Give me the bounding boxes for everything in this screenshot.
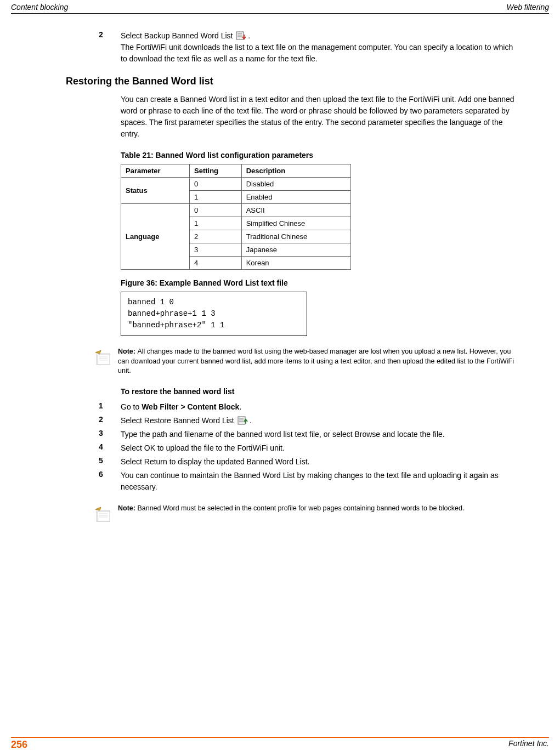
col-description: Description — [241, 164, 350, 178]
step-2: 2 Select Backup Banned Word List . The F… — [99, 30, 549, 65]
step-number: 4 — [99, 442, 121, 454]
table-caption: Table 21: Banned Word list configuration… — [121, 151, 549, 160]
restore-step-2: 2 Select Restore Banned Word List . — [99, 415, 549, 427]
step-text: Type the path and filename of the banned… — [121, 429, 549, 440]
col-setting: Setting — [189, 164, 241, 178]
step-text: You can continue to maintain the Banned … — [121, 470, 549, 493]
step-text: Select Backup Banned Word List . The For… — [121, 30, 549, 65]
step-text: Select OK to upload the file to the Fort… — [121, 442, 549, 454]
restore-step-6: 6 You can continue to maintain the Banne… — [99, 470, 549, 493]
svg-rect-0 — [236, 32, 244, 39]
note-block: Note: All changes made to the banned wor… — [93, 347, 549, 376]
backup-list-icon — [236, 31, 247, 41]
restore-step-1: 1 Go to Web Filter > Content Block. — [99, 401, 549, 413]
page-number: 256 — [11, 739, 27, 751]
restore-step-4: 4 Select OK to upload the file to the Fo… — [99, 442, 549, 454]
page-footer: 256 Fortinet Inc. — [11, 737, 549, 751]
svg-rect-9 — [238, 417, 245, 424]
code-line: "banned+phrase+2" 1 1 — [128, 320, 300, 331]
note-text: Note: All changes made to the banned wor… — [118, 347, 516, 376]
step-number: 2 — [99, 30, 121, 65]
section-heading: Restoring the Banned Word list — [66, 76, 549, 87]
note-icon — [93, 504, 118, 526]
code-line: banned+phrase+1 1 3 — [128, 308, 300, 320]
header-left: Content blocking — [11, 3, 68, 12]
col-parameter: Parameter — [121, 164, 190, 178]
step-text: Select Restore Banned Word List . — [121, 415, 549, 427]
note-text: Note: Banned Word must be selected in th… — [118, 504, 516, 526]
example-text-file: banned 1 0 banned+phrase+1 1 3 "banned+p… — [121, 292, 307, 336]
table-row: Language 0 ASCII — [121, 204, 351, 217]
page-header: Content blocking Web filtering — [11, 0, 549, 14]
figure-caption: Figure 36: Example Banned Word List text… — [121, 278, 549, 287]
svg-rect-14 — [98, 511, 110, 521]
code-line: banned 1 0 — [128, 297, 300, 308]
step-number: 3 — [99, 429, 121, 440]
note-icon — [93, 347, 118, 376]
step-number: 2 — [99, 415, 121, 427]
footer-company: Fortinet Inc. — [508, 739, 549, 751]
step-text: Go to Web Filter > Content Block. — [121, 401, 549, 413]
step-number: 5 — [99, 456, 121, 468]
procedure-heading: To restore the banned word list — [121, 387, 549, 396]
svg-rect-5 — [98, 355, 110, 365]
restore-step-5: 5 Select Return to display the updated B… — [99, 456, 549, 468]
note-block: Note: Banned Word must be selected in th… — [93, 504, 549, 526]
restore-list-icon — [237, 416, 248, 426]
table-row: Status 0 Disabled — [121, 178, 351, 191]
step-continuation: The FortiWiFi unit downloads the list to… — [121, 42, 516, 65]
config-parameters-table: Parameter Setting Description Status 0 D… — [121, 164, 351, 270]
step-text: Select Return to display the updated Ban… — [121, 456, 549, 468]
restore-step-3: 3 Type the path and filename of the bann… — [99, 429, 549, 440]
step-number: 6 — [99, 470, 121, 493]
table-header-row: Parameter Setting Description — [121, 164, 351, 178]
restore-intro-text: You can create a Banned Word list in a t… — [121, 94, 549, 140]
step-number: 1 — [99, 401, 121, 413]
header-right: Web filtering — [506, 3, 549, 12]
